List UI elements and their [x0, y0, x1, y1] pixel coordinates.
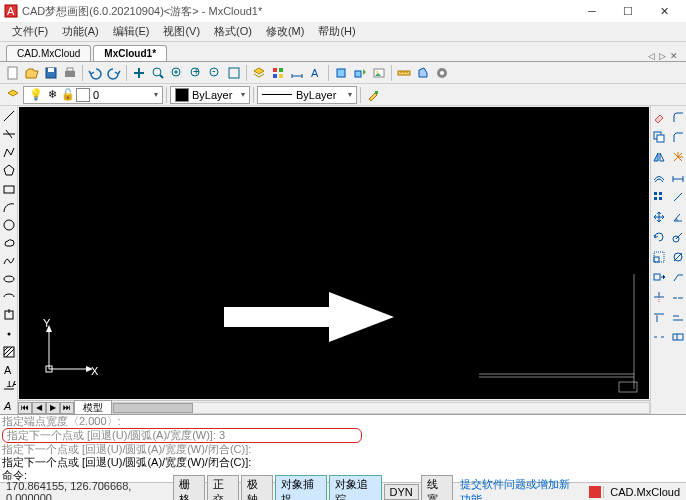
measure-icon[interactable]	[395, 64, 413, 82]
insert-tool-icon[interactable]	[0, 307, 18, 323]
drawing-canvas[interactable]: Y X	[19, 107, 649, 399]
menu-help[interactable]: 帮助(H)	[312, 22, 361, 41]
otrack-toggle[interactable]: 对象追踪	[329, 475, 381, 501]
copy-icon[interactable]	[650, 128, 668, 146]
insert-block-icon[interactable]	[351, 64, 369, 82]
print-icon[interactable]	[61, 64, 79, 82]
horizontal-scrollbar[interactable]	[112, 402, 650, 414]
dim-radius-icon[interactable]	[669, 228, 686, 246]
move-icon[interactable]	[650, 208, 668, 226]
block-icon[interactable]	[332, 64, 350, 82]
ellipse-tool-icon[interactable]	[0, 271, 18, 287]
menu-file[interactable]: 文件(F)	[6, 22, 54, 41]
close-button[interactable]: ✕	[646, 1, 682, 21]
menu-format[interactable]: 格式(O)	[208, 22, 258, 41]
open-file-icon[interactable]	[23, 64, 41, 82]
menu-modify[interactable]: 修改(M)	[260, 22, 311, 41]
tab-cad-mxcloud[interactable]: CAD.MxCloud	[6, 45, 91, 61]
ortho-toggle[interactable]: 正交	[207, 475, 239, 501]
properties-icon[interactable]	[269, 64, 287, 82]
dim-tool-icon[interactable]: 1A	[0, 380, 18, 396]
zoom-all-icon[interactable]	[225, 64, 243, 82]
dim-angular-icon[interactable]	[669, 208, 686, 226]
linetype-combo[interactable]: ByLayer ▾	[257, 86, 357, 104]
arc-tool-icon[interactable]	[0, 199, 18, 215]
image-icon[interactable]	[370, 64, 388, 82]
grid-toggle[interactable]: 栅格	[173, 475, 205, 501]
layer-combo[interactable]: 💡 ❄ 🔓 0 ▾	[23, 86, 163, 104]
scroll-prev-icon[interactable]: ◀	[32, 402, 46, 414]
scroll-next-icon[interactable]: ▶	[46, 402, 60, 414]
ellipse-arc-tool-icon[interactable]	[0, 289, 18, 305]
text-tool-icon[interactable]: A	[0, 362, 18, 378]
zoom-out-icon[interactable]: -	[206, 64, 224, 82]
spline-tool-icon[interactable]	[0, 253, 18, 269]
osnap-toggle[interactable]: 对象捕捉	[275, 475, 327, 501]
table-tool-icon[interactable]: A	[0, 398, 18, 414]
pan-icon[interactable]	[130, 64, 148, 82]
explode-icon[interactable]	[669, 148, 686, 166]
text-style-icon[interactable]: A	[307, 64, 325, 82]
circle-tool-icon[interactable]	[0, 217, 18, 233]
polyline-tool-icon[interactable]	[0, 144, 18, 160]
command-log[interactable]: 指定端点宽度〈2.000〉: 指定下一个点或 [回退(U)/圆弧(A)/宽度(W…	[0, 414, 686, 482]
save-icon[interactable]	[42, 64, 60, 82]
dim-aligned-icon[interactable]	[669, 188, 686, 206]
dim-diameter-icon[interactable]	[669, 248, 686, 266]
dyn-toggle[interactable]: DYN	[384, 484, 419, 500]
dim-linear-icon[interactable]	[669, 168, 686, 186]
leader-icon[interactable]	[669, 268, 686, 286]
revcloud-tool-icon[interactable]	[0, 235, 18, 251]
tab-close-icon[interactable]: ✕	[668, 51, 680, 61]
scale-icon[interactable]	[650, 248, 668, 266]
mirror-icon[interactable]	[650, 148, 668, 166]
rotate-icon[interactable]	[650, 228, 668, 246]
feedback-link[interactable]: 提交软件问题或增加新功能	[454, 477, 587, 501]
zoom-window-icon[interactable]	[149, 64, 167, 82]
tolerance-icon[interactable]	[669, 328, 686, 346]
svg-text:A: A	[3, 400, 11, 412]
hatch-tool-icon[interactable]	[0, 344, 18, 360]
settings-icon[interactable]	[433, 64, 451, 82]
svg-text:A: A	[4, 364, 12, 376]
menu-function[interactable]: 功能(A)	[56, 22, 105, 41]
polygon-tool-icon[interactable]	[0, 162, 18, 178]
tab-prev-icon[interactable]: ◁	[646, 51, 657, 61]
maximize-button[interactable]: ☐	[610, 1, 646, 21]
tab-next-icon[interactable]: ▷	[657, 51, 668, 61]
undo-icon[interactable]	[86, 64, 104, 82]
menu-edit[interactable]: 编辑(E)	[107, 22, 156, 41]
menu-view[interactable]: 视图(V)	[157, 22, 206, 41]
stretch-icon[interactable]	[650, 268, 668, 286]
offset-icon[interactable]	[650, 168, 668, 186]
minimize-button[interactable]: ─	[574, 1, 610, 21]
layer-icon[interactable]	[250, 64, 268, 82]
dim-continue-icon[interactable]	[669, 288, 686, 306]
break-icon[interactable]	[650, 328, 668, 346]
xline-tool-icon[interactable]	[0, 126, 18, 142]
polar-toggle[interactable]: 极轴	[241, 475, 273, 501]
chamfer-icon[interactable]	[669, 128, 686, 146]
zoom-in-icon[interactable]: +	[187, 64, 205, 82]
tab-mxcloud1[interactable]: MxCloud1*	[93, 45, 167, 61]
match-props-icon[interactable]	[364, 86, 382, 104]
dim-style-icon[interactable]	[288, 64, 306, 82]
new-file-icon[interactable]	[4, 64, 22, 82]
scroll-first-icon[interactable]: ⏮	[18, 402, 32, 414]
line-tool-icon[interactable]	[0, 108, 18, 124]
area-icon[interactable]	[414, 64, 432, 82]
color-combo[interactable]: ByLayer ▾	[170, 86, 250, 104]
point-tool-icon[interactable]	[0, 326, 18, 342]
extend-icon[interactable]	[650, 308, 668, 326]
dim-baseline-icon[interactable]	[669, 308, 686, 326]
scroll-last-icon[interactable]: ⏭	[60, 402, 74, 414]
erase-icon[interactable]	[650, 108, 668, 126]
trim-icon[interactable]	[650, 288, 668, 306]
array-icon[interactable]	[650, 188, 668, 206]
redo-icon[interactable]	[105, 64, 123, 82]
zoom-extents-icon[interactable]	[168, 64, 186, 82]
rectangle-tool-icon[interactable]	[0, 181, 18, 197]
fillet-icon[interactable]	[669, 108, 686, 126]
lineweight-toggle[interactable]: 线宽	[421, 475, 453, 501]
layers-panel-icon[interactable]	[4, 86, 22, 104]
